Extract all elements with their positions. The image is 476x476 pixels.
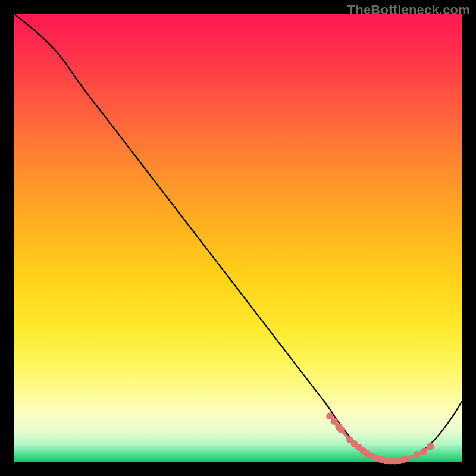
marker-dot (400, 456, 407, 463)
bottleneck-curve (14, 14, 462, 461)
chart-frame: TheBottleneck.com (0, 0, 476, 476)
marker-dot (414, 451, 421, 458)
marker-dot (420, 448, 427, 455)
marker-dot (337, 426, 345, 433)
chart-svg (14, 14, 462, 462)
marker-dot (427, 443, 434, 450)
marker-group (326, 412, 434, 464)
plot-area (14, 14, 462, 462)
